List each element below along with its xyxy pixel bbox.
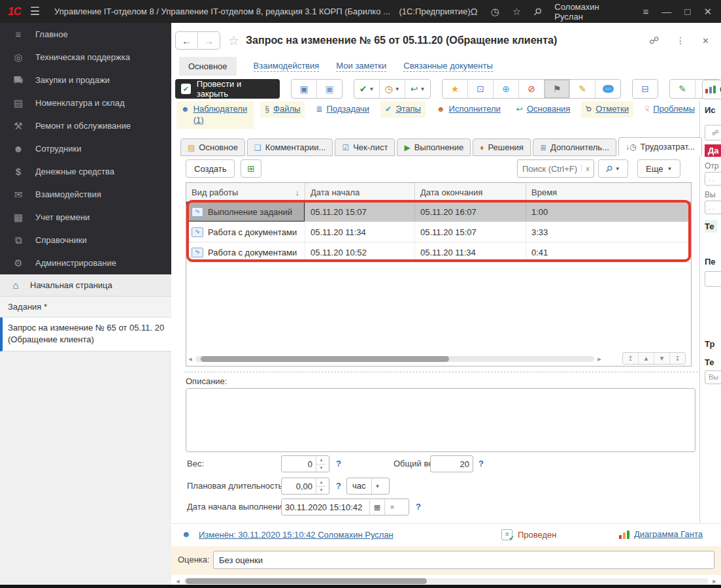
remote-desktop-button[interactable]: ⊡ [467,80,493,98]
link-subtasks[interactable]: ≣ Подзадачи [311,101,374,118]
sidebar-item-purchases[interactable]: ⛟ Закупки и продажи [0,69,171,91]
link-files[interactable]: § Файлы [260,101,305,118]
close-document-icon[interactable]: ✕ [702,36,709,46]
close-window-button[interactable]: ✕ [703,6,712,18]
tasks-window-item[interactable]: Задания * [0,297,171,318]
cancel-button[interactable]: ⊘ [518,80,544,98]
add-comment-button[interactable]: ⊕ [493,80,518,98]
create-button[interactable]: Создать [186,159,235,178]
mailbox-button[interactable]: ⚑ [544,80,569,98]
go-up-button[interactable]: ▲ [638,353,654,364]
weight-input[interactable] [282,456,316,472]
highlighter-button[interactable]: ✎ [569,80,595,98]
splitter[interactable] [184,372,698,372]
tab-main[interactable]: Основное [179,57,237,76]
scroll-left-icon[interactable]: ◂ [174,577,182,585]
print-button[interactable]: ⊟ [633,80,658,98]
search-dropdown-button[interactable]: ⚲ ▼ [598,159,628,178]
tab-linked-documents[interactable]: Связанные документы [403,61,493,72]
save-button[interactable]: ▣ [292,80,316,98]
page-tab-additional[interactable]: ≣ Дополнитель... [533,139,616,156]
go-last-button[interactable]: ↧ [669,353,685,364]
tab-my-notes[interactable]: Мои заметки [336,61,386,72]
sidebar-item-repair[interactable]: ⚒ Ремонт и обслуживание [0,114,171,137]
column-time[interactable]: Время [526,183,691,201]
reports-button[interactable]: От [702,80,721,99]
planned-duration-stepper[interactable]: ▲▼ [316,478,326,494]
postpone-dropdown-button[interactable]: ◷▼ [379,80,405,98]
page-tab-main[interactable]: ▤ Основное [180,139,245,156]
table-row[interactable]: ∿ Работа с документами 05.11.20 11:34 05… [186,222,691,242]
planned-duration-help-icon[interactable]: ? [336,481,341,491]
column-work-type[interactable]: Вид работы ↓ [186,183,305,201]
return-dropdown-button[interactable]: ↩▼ [405,80,430,98]
complete-until-input[interactable]: . . [705,201,721,214]
column-start-date[interactable]: Дата начала [305,183,415,201]
scroll-left-icon[interactable]: ◂ [186,355,194,363]
work-type-input[interactable]: Вы [705,370,721,384]
more-menu-icon[interactable]: ⋮ [676,35,685,46]
page-tab-execution[interactable]: ▶ Выполнение [397,139,471,156]
sidebar-item-interactions[interactable]: ✉ Взаимодействия [0,183,171,206]
column-end-date[interactable]: Дата окончания [415,183,526,201]
grid-horizontal-scrollbar[interactable]: ◂ ▸ ↥ ▲ ▼ ↧ [186,351,691,366]
minimize-button[interactable]: — [662,6,671,17]
link-executors[interactable]: ☻ Исполнители [432,101,505,118]
start-date-help-icon[interactable]: ? [416,502,421,512]
modified-link[interactable]: Изменён: 30.11.2020 15:10:42 Соломахин Р… [199,530,394,540]
weight-stepper[interactable]: ▲▼ [316,456,326,472]
sidebar-item-catalogs[interactable]: ⧉ Справочники [0,229,171,252]
tool-panel-icon[interactable]: ≡ [643,6,649,17]
edit-time-button[interactable]: ✎ [670,80,695,98]
planned-duration-input[interactable] [282,478,316,494]
home-page-item[interactable]: ⌂ Начальная страница [0,274,171,297]
more-button[interactable]: Еще ▼ [637,159,680,178]
sidebar-item-administration[interactable]: ⚙ Администрирование [0,252,171,274]
tab-interactions[interactable]: Взаимодействия [254,61,320,72]
notifications-bell-icon[interactable]: Ω [471,6,478,17]
discussion-button[interactable]: ⋯ [595,80,620,98]
current-user[interactable]: Соломахин Руслан [554,2,629,22]
page-tab-decisions[interactable]: ♦ Решения [473,139,531,156]
rating-input[interactable] [213,551,714,569]
add-favorite-button[interactable]: ★ [443,80,467,98]
page-tab-comments[interactable]: ❑ Комментарии... [247,139,333,156]
sidebar-item-support[interactable]: ◎ Техническая поддержка [0,46,171,69]
maximize-button[interactable]: □ [684,6,690,17]
page-tab-time-costs[interactable]: ↓◷ Трудозатрат... [618,137,702,156]
react-until-input[interactable]: . . [705,172,721,186]
table-row[interactable]: ∿ Работа с документами 05.11.20 10:52 05… [186,242,691,263]
page-tab-checklist[interactable]: ☑ Чек-лист [335,139,395,156]
duration-unit-select[interactable]: час ▼ [346,478,390,495]
sidebar-item-employees[interactable]: ☻ Сотрудники [0,137,171,160]
attach-link-button[interactable]: ☍ [705,125,721,140]
history-icon[interactable]: ◷ [491,6,499,18]
get-link-icon[interactable]: ☍ [649,35,659,46]
link-stages[interactable]: ✔ Этапы [380,101,426,118]
total-weight-input[interactable] [431,456,473,472]
post-and-close-button[interactable]: ✔ Провести и закрыть [175,79,280,99]
sidebar-item-money[interactable]: $ Денежные средства [0,160,171,183]
go-first-button[interactable]: ↥ [623,353,638,364]
link-problems[interactable]: ☟ Проблемы [640,101,699,118]
copy-button[interactable]: ⊞ [241,159,261,178]
gantt-link[interactable]: Диаграмма Ганта [634,529,703,539]
link-marks[interactable]: ⚲ Отметки [581,101,633,118]
search-icon[interactable]: ⚲ [531,5,545,18]
start-date-input[interactable] [282,499,369,515]
search-input[interactable] [518,164,581,174]
scroll-right-icon[interactable]: ▸ [711,577,718,585]
sidebar-item-main[interactable]: ≡ Главное [0,23,171,46]
favorite-star-icon[interactable]: ☆ [228,33,239,48]
forward-button[interactable]: → [197,32,220,49]
table-row[interactable]: ∿ Выполнение заданий 05.11.20 15:07 05.1… [186,202,691,222]
scroll-thumb[interactable] [186,578,427,584]
clear-date-icon[interactable]: × [384,499,399,515]
calendar-picker-icon[interactable]: ▦ [369,499,384,515]
total-weight-help-icon[interactable]: ? [478,459,484,468]
back-button[interactable]: ← [176,32,197,49]
chevron-down-icon[interactable]: ▼ [371,478,384,494]
description-textarea[interactable] [186,388,696,452]
sidebar-item-time-tracking[interactable]: ▦ Учет времени [0,206,171,229]
save-and-close-button[interactable]: ▣ [316,80,342,98]
